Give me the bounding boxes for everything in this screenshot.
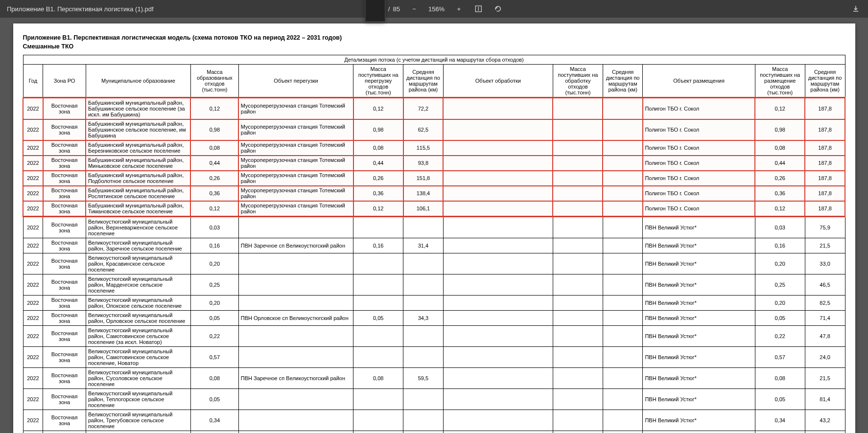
table-cell — [603, 98, 643, 119]
table-cell: Мусороперегрузочная станция Тотемский ра… — [238, 171, 353, 186]
table-cell: ПВН Орловское сп Великоустюгский район — [238, 311, 353, 326]
table-cell: 187,8 — [805, 201, 845, 217]
table-cell: 2022 — [23, 253, 43, 274]
table-row: 2022Восточная зонаБабушкинский муниципал… — [23, 98, 845, 119]
col-header: Масса поступивших на перегрузку отходов … — [353, 65, 403, 98]
table-cell — [443, 253, 553, 274]
table-cell — [443, 368, 553, 389]
rotate-button[interactable] — [493, 3, 503, 14]
download-button[interactable] — [850, 3, 861, 14]
table-cell: Великоустюгский муниципальный район, Орл… — [86, 311, 190, 326]
table-cell: Восточная зона — [43, 186, 86, 201]
table-cell — [603, 368, 643, 389]
table-cell: 0,03 — [755, 217, 805, 238]
table-cell: 2022 — [23, 201, 43, 217]
table-cell — [603, 171, 643, 186]
table-cell — [603, 253, 643, 274]
table-cell: Полигон ТБО г. Сокол — [643, 201, 755, 217]
table-cell: Восточная зона — [43, 389, 86, 410]
table-row: 2022Восточная зонаВеликоустюгский муници… — [23, 238, 845, 253]
page-input[interactable] — [365, 0, 385, 22]
table-row: 2022Восточная зонаБабушкинский муниципал… — [23, 171, 845, 186]
table-cell — [553, 156, 603, 171]
table-cell — [443, 238, 553, 253]
table-cell: Мусороперегрузочная станция Тотемский ра… — [238, 140, 353, 156]
table-cell — [553, 238, 603, 253]
table-cell: 0,08 — [755, 140, 805, 156]
toolbar-right — [850, 3, 861, 14]
table-cell: 0,12 — [755, 201, 805, 217]
table-cell: 0,05 — [190, 311, 238, 326]
table-cell — [353, 253, 403, 274]
table-cell — [553, 119, 603, 140]
col-header: Средняя дистанция по маршрутам района (к… — [603, 65, 643, 98]
table-cell: 21,5 — [805, 238, 845, 253]
table-cell: 0,20 — [755, 296, 805, 311]
table-cell: Бабушкинский муниципальный район, Тимано… — [86, 201, 190, 217]
table-cell: 0,05 — [755, 389, 805, 410]
table-cell: ПВН Великий Устюг* — [643, 311, 755, 326]
table-cell — [553, 410, 603, 431]
table-cell: 0,03 — [190, 217, 238, 238]
toolbar-center: / 85 − 156% + — [365, 0, 503, 22]
table-cell — [353, 296, 403, 311]
table-cell — [443, 296, 553, 311]
table-cell — [603, 296, 643, 311]
table-cell — [603, 410, 643, 431]
table-cell: ПВН Великий Устюг* — [643, 274, 755, 296]
table-cell: 0,12 — [353, 98, 403, 119]
table-cell: 187,8 — [805, 186, 845, 201]
table-cell: Мусороперегрузочная станция Тотемский ра… — [238, 156, 353, 171]
table-cell — [553, 311, 603, 326]
table-row: 2022Восточная зонаБабушкинский муниципал… — [23, 201, 845, 217]
table-cell: Восточная зона — [43, 171, 86, 186]
table-cell: ПВН Великий Устюг* — [643, 326, 755, 347]
table-cell — [443, 217, 553, 238]
zoom-in-button[interactable]: + — [453, 3, 464, 14]
table-cell — [603, 274, 643, 296]
table-cell — [353, 410, 403, 431]
table-cell: Восточная зона — [43, 119, 86, 140]
table-cell — [443, 410, 553, 431]
table-cell: Полигон ТБО г. Сокол — [643, 156, 755, 171]
fit-page-button[interactable] — [473, 3, 484, 14]
table-cell: 0,34 — [755, 410, 805, 431]
table-cell: ПВН Великий Устюг* — [643, 217, 755, 238]
table-cell: 0,25 — [755, 274, 805, 296]
table-cell — [553, 347, 603, 368]
table-cell: Великоустюгский муниципальный район, Сам… — [86, 347, 190, 368]
table-row: 2022Восточная зонаБабушкинский муниципал… — [23, 140, 845, 156]
table-cell: 71,4 — [805, 311, 845, 326]
table-cell: 0,98 — [190, 119, 238, 140]
table-cell: Бабушкинский муниципальный район, Бабушк… — [86, 119, 190, 140]
table-cell — [238, 253, 353, 274]
table-cell: 0,98 — [353, 119, 403, 140]
table-cell: ПВН Заречное сп Великоустюгский район — [238, 368, 353, 389]
table-cell: 115,5 — [403, 140, 444, 156]
table-cell — [443, 431, 553, 433]
table-cell: 93,8 — [403, 156, 444, 171]
table-cell: Восточная зона — [43, 311, 86, 326]
table-cell: 0,22 — [755, 326, 805, 347]
table-cell: Восточная зона — [43, 326, 86, 347]
col-header: Объект перегузки — [238, 65, 353, 98]
table-cell: Великоустюгский муниципальный район, Зар… — [86, 238, 190, 253]
table-row: 2022Восточная зонаВеликоустюгский муници… — [23, 274, 845, 296]
table-cell: 0,08 — [190, 140, 238, 156]
col-header: Масса поступивших на обработку отходов (… — [553, 65, 603, 98]
table-cell: 187,8 — [805, 171, 845, 186]
table-cell — [553, 296, 603, 311]
table-cell: 2022 — [23, 217, 43, 238]
viewport[interactable]: Приложение В1. Перспективная логистическ… — [0, 18, 868, 433]
zoom-out-button[interactable]: − — [409, 3, 420, 14]
table-cell: 2022 — [23, 368, 43, 389]
table-cell: 0,08 — [755, 368, 805, 389]
table-cell — [403, 296, 444, 311]
table-body: 2022Восточная зонаБабушкинский муниципал… — [23, 98, 845, 433]
page-total: 85 — [393, 5, 399, 13]
table-cell: Бабушкинский муниципальный район, Минько… — [86, 156, 190, 171]
table-cell: 0,98 — [755, 119, 805, 140]
table-cell: 0,44 — [353, 156, 403, 171]
table-cell: 0,44 — [755, 156, 805, 171]
doc-title: Приложение В1. Перспективная логистическ… — [23, 34, 845, 41]
